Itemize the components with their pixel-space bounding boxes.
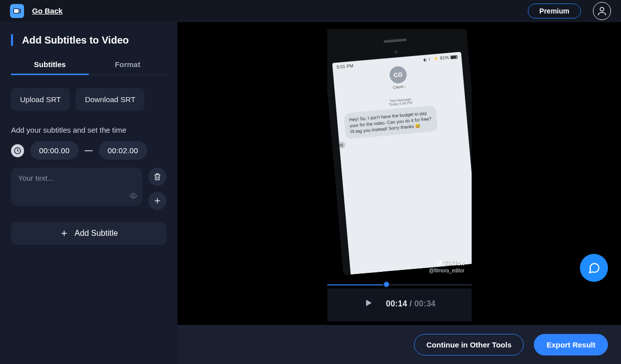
- export-result-button[interactable]: Export Result: [534, 334, 608, 355]
- status-time: 5:01 PM: [336, 63, 353, 70]
- main: Add Subtitles to Video Subtitles Format …: [0, 22, 621, 325]
- video-preview[interactable]: 128 5:01 PM ◐ ☾ ⚡ 91%: [327, 29, 472, 284]
- time-row: 00:00.00 — 00:02.00: [11, 141, 166, 160]
- play-icon: [363, 297, 374, 308]
- add-subtitle-label: Add Subtitle: [75, 229, 118, 238]
- plus-icon: [60, 229, 69, 238]
- user-avatar[interactable]: [593, 2, 611, 20]
- play-button[interactable]: [363, 297, 374, 310]
- trash-icon: [153, 172, 162, 181]
- go-back-link[interactable]: Go Back: [32, 7, 63, 15]
- current-time: 00:14: [386, 299, 407, 308]
- message-bubble: Hey! So, I don't have the budget to pay …: [343, 105, 438, 139]
- srt-button-row: Upload SRT Download SRT: [11, 88, 166, 111]
- seek-thumb[interactable]: [383, 281, 390, 288]
- video-controls: 00:14 / 00:34: [327, 288, 472, 321]
- app-logo: [10, 4, 24, 18]
- topbar-right: Premium: [528, 2, 611, 20]
- download-srt-button[interactable]: Download SRT: [76, 88, 144, 111]
- video-holder: 128 5:01 PM ◐ ☾ ⚡ 91%: [327, 29, 472, 321]
- user-icon: [596, 6, 607, 17]
- visibility-icon[interactable]: [129, 192, 137, 202]
- time-label: 00:14 / 00:34: [386, 299, 436, 308]
- footer: Continue in Other Tools Export Result: [0, 325, 621, 364]
- page-title: Add Subtitles to Video: [22, 35, 129, 46]
- seek-bar[interactable]: [327, 282, 472, 288]
- tab-format[interactable]: Format: [89, 55, 166, 75]
- tiktok-icon: [436, 259, 443, 268]
- chat-icon: [587, 261, 600, 274]
- time-from-input[interactable]: 00:00.00: [30, 141, 79, 160]
- upload-srt-button[interactable]: Upload SRT: [11, 88, 70, 111]
- premium-button[interactable]: Premium: [528, 4, 581, 19]
- instruction-label: Add your subtitles and set the time: [11, 126, 166, 134]
- subtitle-textarea-wrap: [11, 168, 142, 206]
- title-accent-bar: [11, 34, 13, 46]
- svg-rect-0: [14, 9, 19, 13]
- topbar-left: Go Back: [10, 4, 63, 18]
- svg-point-3: [132, 195, 134, 197]
- subtitle-textarea[interactable]: [18, 174, 135, 199]
- tiktok-watermark: TikTok @filmora_editor: [429, 259, 465, 273]
- help-button[interactable]: [580, 254, 608, 282]
- time-to-input[interactable]: 00:02.00: [99, 141, 147, 160]
- topbar: Go Back Premium: [0, 0, 621, 22]
- add-subtitle-inline-button[interactable]: [148, 192, 166, 210]
- tiktok-handle: @filmora_editor: [429, 268, 465, 273]
- sidebar-title-row: Add Subtitles to Video: [11, 34, 166, 46]
- add-subtitle-button[interactable]: Add Subtitle: [11, 222, 166, 245]
- continue-other-tools-button[interactable]: Continue in Other Tools: [414, 334, 524, 355]
- plus-icon: [153, 196, 162, 205]
- delete-subtitle-button[interactable]: [148, 168, 166, 186]
- status-right: 91%: [440, 55, 449, 61]
- subtitle-text-row: [11, 168, 166, 210]
- duration: 00:34: [415, 299, 436, 308]
- svg-point-1: [600, 7, 603, 11]
- status-battery: ⚡: [433, 56, 439, 61]
- contact-avatar: CG: [388, 66, 407, 84]
- tabs: Subtitles Format: [11, 55, 166, 75]
- tab-subtitles[interactable]: Subtitles: [11, 55, 89, 75]
- clock-icon: [11, 144, 24, 157]
- sidebar: Add Subtitles to Video Subtitles Format …: [0, 22, 177, 325]
- video-region: 128 5:01 PM ◐ ☾ ⚡ 91%: [177, 22, 621, 325]
- subtitle-item-actions: [148, 168, 166, 210]
- time-dash: —: [85, 146, 93, 155]
